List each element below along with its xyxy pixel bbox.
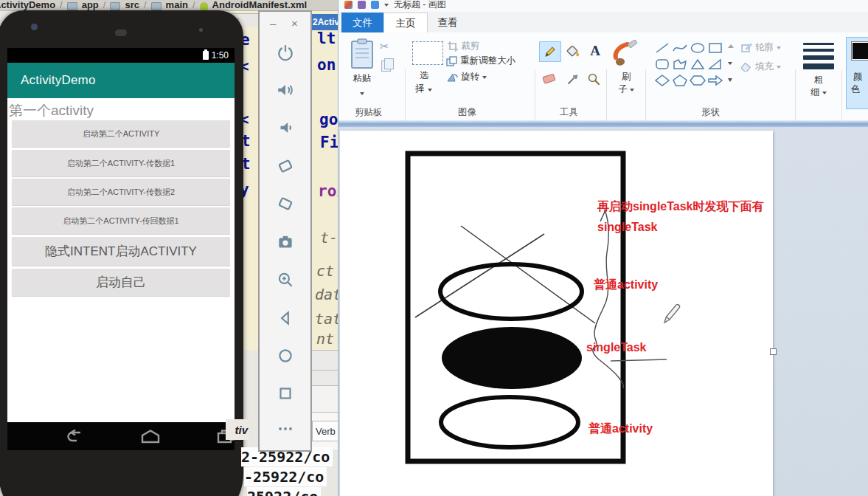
start-second-activity-button[interactable]: 启动第二个ACTIVITY — [12, 120, 230, 147]
breadcrumb-main[interactable]: main — [166, 0, 188, 10]
tab-label-fragment: tiv — [235, 424, 248, 436]
copy-icon[interactable] — [381, 61, 391, 72]
shape-line-icon[interactable] — [654, 41, 670, 55]
shape-hexagon-icon[interactable] — [690, 74, 706, 87]
shapes-group-label: 形状 — [701, 106, 720, 119]
breadcrumb-app[interactable]: app — [82, 0, 99, 10]
start-second-activity-data1-button[interactable]: 启动第二个ACTIVITY-传数据1 — [12, 150, 230, 176]
breadcrumb-separator: / — [192, 0, 195, 10]
outline-dropdown-icon[interactable] — [777, 46, 781, 49]
breadcrumb-src[interactable]: src — [125, 0, 139, 10]
shape-rectangle-icon[interactable] — [707, 41, 723, 55]
logcat-line: 25922/co — [247, 487, 321, 496]
back-icon[interactable] — [276, 309, 295, 328]
minimize-button[interactable]: – — [270, 18, 276, 29]
tab-label: 文件 — [353, 16, 372, 30]
shapes-more-icon[interactable] — [728, 78, 732, 82]
power-icon[interactable] — [276, 43, 295, 62]
brush-dropdown-icon[interactable] — [630, 89, 634, 92]
shape-curve-icon[interactable] — [672, 41, 688, 55]
shape-rounded-rectangle-icon[interactable] — [654, 58, 670, 71]
undo-icon[interactable] — [371, 1, 379, 9]
quick-access-dropdown-icon[interactable] — [384, 4, 389, 7]
drawn-rectangle — [408, 154, 623, 461]
logcat-panel-row — [310, 350, 338, 371]
shape-triangle-icon[interactable] — [690, 58, 706, 71]
rotate-right-icon[interactable] — [276, 194, 295, 213]
annotation-note-line1: 再启动singleTask时发现下面有 — [597, 200, 764, 213]
brush-button[interactable]: 刷 子 — [610, 38, 642, 106]
paste-dropdown-icon[interactable] — [360, 92, 364, 95]
crop-button[interactable]: 裁剪 — [448, 40, 479, 52]
phone-screen[interactable]: 1:50 ActivityDemo 第一个activity 启动第二个ACTIV… — [7, 48, 235, 450]
drawn-squiggle-line — [593, 209, 624, 388]
shape-pentagon-icon[interactable] — [672, 74, 688, 87]
start-self-button[interactable]: 启动自己 — [12, 269, 230, 296]
close-button[interactable]: × — [291, 18, 298, 29]
breadcrumb-manifest[interactable]: AndroidManifest.xml — [212, 0, 308, 10]
color1-label-line2: 色 — [847, 83, 868, 96]
shape-polygon-icon[interactable] — [672, 58, 688, 71]
code-fragment: nt — [316, 331, 334, 346]
fill-tool-button[interactable] — [563, 41, 583, 61]
size-button[interactable]: 粗 细 — [802, 40, 836, 108]
logcat-tab-fragment[interactable]: tiv — [226, 419, 249, 440]
pencil-tool-button[interactable] — [539, 41, 561, 62]
size-dropdown-icon[interactable] — [822, 92, 827, 94]
paint-logo-icon — [344, 1, 353, 9]
eraser-tool-button[interactable] — [539, 69, 560, 89]
battery-icon — [203, 51, 209, 60]
fill-dropdown-icon[interactable] — [777, 66, 781, 69]
shape-arrow-icon[interactable] — [707, 74, 723, 87]
nav-back-icon[interactable] — [64, 429, 85, 444]
more-icon[interactable] — [276, 424, 295, 434]
zoom-icon[interactable] — [276, 270, 295, 289]
rotate-button[interactable]: 旋转 — [447, 71, 487, 83]
phone-camera-dot — [31, 24, 38, 30]
tab-view[interactable]: 查看 — [426, 13, 469, 32]
breadcrumb-project[interactable]: ActivityDemo — [0, 0, 55, 10]
brush-label-line2: 子 — [618, 83, 628, 96]
shapes-scroll-down-icon[interactable] — [728, 62, 732, 65]
save-icon[interactable] — [358, 1, 366, 9]
magnifier-tool-button[interactable] — [583, 69, 604, 89]
drawn-ellipse-filled — [442, 327, 582, 389]
logcat-line: -25922/co — [244, 467, 327, 486]
volume-down-icon[interactable] — [276, 118, 295, 137]
rotate-left-icon[interactable] — [276, 156, 295, 176]
nav-home-icon[interactable] — [140, 429, 161, 444]
shape-right-triangle-icon[interactable] — [707, 58, 723, 71]
annotation-label-top: 普通activity — [594, 278, 658, 292]
logcat-panel-row — [310, 385, 338, 413]
tools-group-label: 工具 — [560, 106, 578, 119]
resize-button[interactable]: 重新调整大小 — [446, 55, 515, 67]
screenshot-icon[interactable] — [276, 232, 295, 252]
ribbon-tab-bar: 文件 主页 查看 — [338, 12, 868, 33]
outline-label: 轮廓 — [755, 41, 774, 54]
drawing-layer[interactable] — [339, 131, 772, 496]
rotate-dropdown-icon[interactable] — [482, 76, 487, 79]
overview-icon[interactable] — [276, 384, 295, 403]
magnifier-icon — [587, 72, 600, 86]
implicit-intent-button[interactable]: 隐式INTENT启动ACTIVITY — [12, 237, 230, 266]
outline-button[interactable]: 轮廓 — [741, 41, 781, 54]
tab-file[interactable]: 文件 — [341, 13, 383, 32]
text-tool-button[interactable]: A — [585, 41, 605, 61]
paint-title-bar[interactable]: 无标题 - 画图 — [338, 0, 868, 12]
shape-ellipse-icon[interactable] — [690, 41, 706, 55]
home-icon[interactable] — [276, 346, 295, 365]
shape-diamond-icon[interactable] — [654, 74, 670, 87]
breadcrumb[interactable]: ActivityDemo / app / src / main / Androi… — [0, 0, 338, 11]
tab-home[interactable]: 主页 — [383, 13, 428, 33]
select-button[interactable] — [412, 41, 443, 65]
volume-up-icon[interactable] — [276, 80, 295, 100]
start-second-activity-data2-button[interactable]: 启动第二个ACTIVITY-传数据2 — [12, 179, 230, 205]
cut-icon[interactable]: ✂ — [380, 40, 389, 53]
paste-button[interactable]: 粘贴 — [346, 38, 378, 105]
select-dropdown-icon[interactable] — [428, 89, 432, 92]
color1-button[interactable]: 颜 色 — [846, 37, 868, 109]
color-picker-tool-button[interactable] — [563, 69, 583, 89]
start-second-activity-return-button[interactable]: 启动第二个ACTIVITY-传回数据1 — [12, 207, 230, 234]
shapes-scroll-up-icon[interactable] — [728, 44, 734, 48]
fill-button[interactable]: 填充 — [741, 61, 781, 73]
